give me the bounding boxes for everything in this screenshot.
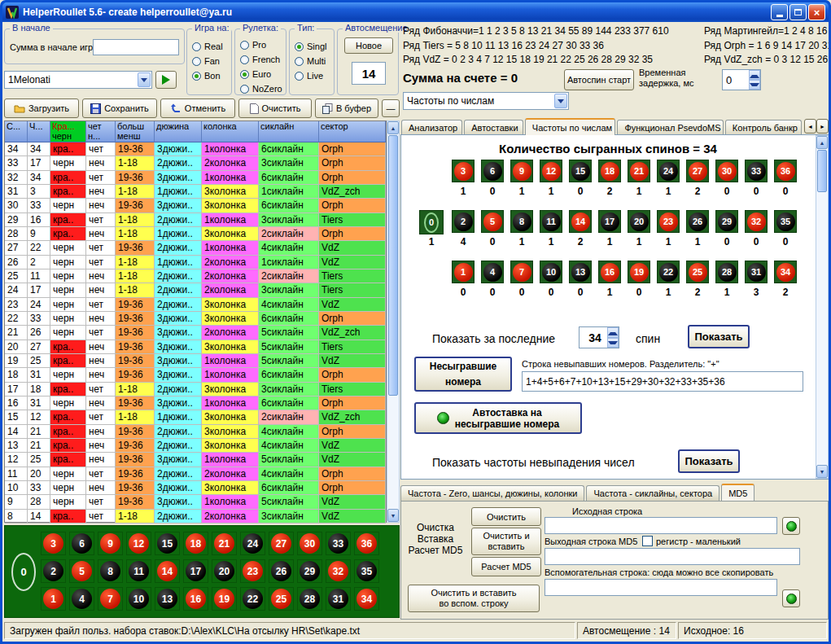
number-cell-11[interactable]: 11 <box>540 210 562 233</box>
board-number-0[interactable]: 0 <box>11 553 36 591</box>
board-number-24[interactable]: 24 <box>240 532 265 555</box>
unplayed-numbers-button[interactable]: Несыгравшиеномера <box>414 357 512 392</box>
start-sum-input[interactable] <box>93 39 179 55</box>
board-number-12[interactable]: 12 <box>126 532 151 555</box>
radio-option-pro[interactable]: Pro <box>240 37 286 52</box>
number-cell-2[interactable]: 2 <box>452 210 475 233</box>
number-cell-30[interactable]: 30 <box>715 160 738 182</box>
number-cell-9[interactable]: 9 <box>510 160 533 182</box>
column-header[interactable]: большменш <box>116 121 155 142</box>
number-cell-27[interactable]: 27 <box>686 160 709 182</box>
md5-clear-paste-aux-button[interactable]: Очистить и вставить во вспом. строку <box>408 585 540 612</box>
column-header[interactable]: дюжина <box>155 121 202 142</box>
number-cell-26[interactable]: 26 <box>686 210 709 233</box>
show-button[interactable]: Показать <box>688 325 750 348</box>
board-number-15[interactable]: 15 <box>155 532 180 555</box>
md5-aux-led-button[interactable] <box>782 589 800 607</box>
md5-source-input[interactable] <box>545 517 777 534</box>
number-cell-10[interactable]: 10 <box>540 261 562 283</box>
radio-option-bon[interactable]: Bon <box>192 68 231 83</box>
board-number-14[interactable]: 14 <box>155 559 180 583</box>
table-row[interactable]: 2126чернчет19-363дюжи..2колонка5сиклайнV… <box>5 326 386 340</box>
md5-output-input[interactable] <box>545 548 800 565</box>
tabs-scroll-right-button[interactable]: ► <box>816 119 829 134</box>
new-button[interactable]: Новое <box>344 37 393 54</box>
table-row[interactable]: 313кра..неч1-181дюжи..3колонка1сиклайнVd… <box>5 185 386 199</box>
radio-option-fan[interactable]: Fan <box>192 54 231 68</box>
play-button[interactable] <box>155 71 177 89</box>
clear-button[interactable]: Очистить <box>238 99 312 118</box>
radio-option-real[interactable]: Real <box>192 39 231 54</box>
radio-option-live[interactable]: Live <box>295 68 334 83</box>
show-last-spinner[interactable]: 34 <box>579 326 619 348</box>
board-number-10[interactable]: 10 <box>126 587 151 611</box>
board-number-30[interactable]: 30 <box>297 532 322 555</box>
table-row[interactable]: 1718кра..чет1-182дюжи..3колонка3сиклайнT… <box>5 383 386 396</box>
table-row[interactable]: 1512кра..чет1-181дюжи..3колонка2сиклайнV… <box>5 410 386 424</box>
column-header[interactable]: Кра...черн <box>50 121 86 142</box>
save-button[interactable]: Сохранить <box>82 99 157 118</box>
preset-combobox[interactable]: 1Melonati <box>4 71 152 89</box>
chevron-down-icon[interactable] <box>554 94 567 108</box>
number-cell-16[interactable]: 16 <box>598 261 621 283</box>
board-number-23[interactable]: 23 <box>240 559 265 583</box>
table-row[interactable]: 1631черннеч19-363дюжи..1колонка6сиклайнO… <box>5 396 386 410</box>
md5-aux-input[interactable] <box>545 579 777 596</box>
chevron-down-icon[interactable] <box>138 72 151 87</box>
radio-option-euro[interactable]: Euro <box>240 67 286 81</box>
board-number-17[interactable]: 17 <box>183 559 208 583</box>
board-number-11[interactable]: 11 <box>126 559 151 583</box>
table-row[interactable]: 1225кра..неч19-363дюжи..1колонка5сиклайн… <box>5 453 386 467</box>
scroll-thumb[interactable] <box>388 135 398 396</box>
checkbox-icon[interactable] <box>642 536 653 546</box>
number-cell-34[interactable]: 34 <box>774 261 797 283</box>
board-number-35[interactable]: 35 <box>354 559 379 583</box>
radio-option-multi[interactable]: Multi <box>295 54 334 68</box>
column-header[interactable]: сектор <box>319 121 386 142</box>
column-header[interactable]: Ч... <box>28 121 50 142</box>
number-cell-20[interactable]: 20 <box>628 210 650 233</box>
spin-up-icon[interactable] <box>749 70 760 80</box>
delay-spinner[interactable]: 0 <box>722 69 761 90</box>
table-row[interactable]: 2027кра..неч19-363дюжи..3колонка5сиклайн… <box>5 340 386 354</box>
number-cell-21[interactable]: 21 <box>628 160 650 182</box>
title-bar[interactable]: HelperRoullet 5.6- create helperroullet@… <box>2 2 829 22</box>
tab-1[interactable]: Автоставки <box>464 120 523 135</box>
md5-source-led-button[interactable] <box>782 517 800 535</box>
board-number-21[interactable]: 21 <box>212 532 237 555</box>
spin-up-icon[interactable] <box>607 327 619 338</box>
bottom-tab-0[interactable]: Частота - Zero, шансы, дюжины, колонки <box>400 485 584 501</box>
table-row[interactable]: 2417черннеч1-182дюжи..2колонка3сиклайнTi… <box>5 283 386 297</box>
board-number-3[interactable]: 3 <box>41 532 66 555</box>
number-cell-31[interactable]: 31 <box>745 261 768 283</box>
spin-down-icon[interactable] <box>607 338 619 348</box>
md5-clear-button[interactable]: Очистить <box>471 507 541 526</box>
board-number-1[interactable]: 1 <box>41 587 66 611</box>
table-row[interactable]: 3434кра..чет19-363дюжи..1колонка6сиклайн… <box>5 142 386 156</box>
scroll-down-icon[interactable]: ▼ <box>816 465 828 478</box>
board-number-6[interactable]: 6 <box>69 532 94 555</box>
table-row[interactable]: 3234кра..чет19-363дюжи..1колонка6сиклайн… <box>5 171 386 185</box>
table-row[interactable]: 1925кра..неч19-363дюжи..1колонка5сиклайн… <box>5 354 386 368</box>
bottom-tab-2[interactable]: MD5 <box>721 484 754 501</box>
radio-option-singl[interactable]: Singl <box>295 39 334 54</box>
number-cell-14[interactable]: 14 <box>569 210 592 233</box>
number-cell-28[interactable]: 28 <box>715 261 738 283</box>
number-cell-35[interactable]: 35 <box>774 210 797 233</box>
scroll-thumb[interactable] <box>817 150 827 192</box>
number-cell-32[interactable]: 32 <box>745 210 768 233</box>
close-button[interactable]: × <box>808 4 825 20</box>
board-number-31[interactable]: 31 <box>326 587 351 611</box>
scroll-up-icon[interactable]: ▲ <box>816 136 828 149</box>
table-row[interactable]: 928чернчет19-363дюжи..1колонка5сиклайнVd… <box>5 495 386 509</box>
number-cell-7[interactable]: 7 <box>510 261 533 283</box>
board-number-8[interactable]: 8 <box>98 559 123 583</box>
load-button[interactable]: Загрузить <box>4 99 79 118</box>
radio-option-nozero[interactable]: NoZero <box>240 81 286 96</box>
mode-combobox[interactable]: Частоты по числам <box>403 92 569 110</box>
table-row[interactable]: 1033черннеч19-363дюжи..3колонка6сиклайнO… <box>5 481 386 495</box>
scroll-down-icon[interactable]: ▼ <box>387 509 399 522</box>
board-number-2[interactable]: 2 <box>41 559 66 583</box>
board-number-27[interactable]: 27 <box>269 532 294 555</box>
tabs-scroll-left-button[interactable]: ◄ <box>804 119 816 134</box>
